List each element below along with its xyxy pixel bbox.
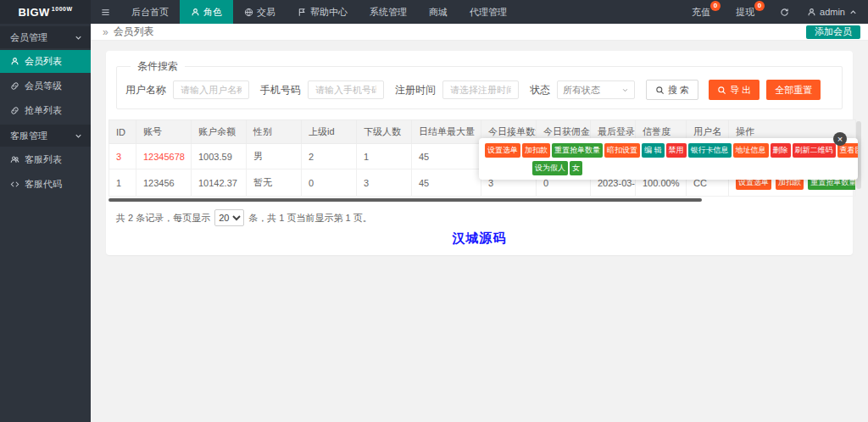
- watermark-text: 汉城源码: [106, 226, 853, 248]
- nav-item-roles[interactable]: 角色: [180, 0, 233, 24]
- sidebar-item-service-code[interactable]: 客服代码: [0, 173, 91, 196]
- register-time-group: 注册时间: [395, 81, 519, 99]
- person-icon: [807, 8, 816, 17]
- breadcrumb-arrow: »: [103, 26, 108, 38]
- sidebar-item-grab-order-list[interactable]: 抢单列表: [0, 99, 91, 122]
- logo-sup: 1000W: [52, 6, 73, 12]
- action-button-disable[interactable]: 禁用: [666, 143, 687, 158]
- pagination-prefix: 共 2 条记录，每页显示: [116, 212, 210, 225]
- recharge-button[interactable]: 充值 0: [684, 0, 728, 24]
- action-button-bank-card-info[interactable]: 银行卡信息: [688, 143, 732, 158]
- chevron-up-icon: [849, 8, 858, 17]
- hamburger-icon[interactable]: [91, 0, 120, 24]
- row-actions-popup: 设置选单 加扣款 重置抢单数量 暗扣设置 编 辑 禁用 银行卡信息 地址信息 删…: [479, 138, 858, 180]
- status-group: 状态 所有状态: [530, 81, 635, 99]
- main-area: » 会员列表 添加会员 条件搜索 用户名称 手机号码 注册时间: [91, 24, 868, 422]
- recharge-badge: 0: [710, 1, 721, 11]
- users-icon: [10, 155, 19, 164]
- pagination-suffix: 条，共 1 页当前显示第 1 页。: [248, 212, 371, 225]
- register-time-input[interactable]: [442, 81, 519, 99]
- search-icon: [655, 86, 665, 95]
- popup-actions-line2: 设为假人 女: [532, 161, 854, 175]
- action-button-reset-grab-count[interactable]: 重置抢单数量: [552, 143, 603, 158]
- breadcrumb: » 会员列表 添加会员: [91, 24, 868, 41]
- person-icon: [191, 8, 200, 17]
- action-button-delete[interactable]: 删除: [771, 143, 791, 158]
- horizontal-scrollbar-thumb[interactable]: [108, 198, 702, 202]
- sidebar-group-service-mgmt[interactable]: 客服管理: [0, 125, 91, 147]
- nav-item-dashboard[interactable]: 后台首页: [120, 0, 180, 24]
- refresh-button[interactable]: [772, 0, 797, 24]
- search-icon: [717, 86, 726, 95]
- chevron-down-icon: [74, 33, 83, 42]
- search-legend: 条件搜索: [131, 59, 185, 74]
- action-button-edit[interactable]: 编 辑: [642, 143, 665, 158]
- sidebar-item-service-list[interactable]: 客服列表: [0, 148, 91, 171]
- search-fieldset: 条件搜索 用户名称 手机号码 注册时间 状态: [116, 59, 843, 109]
- member-list-card: 条件搜索 用户名称 手机号码 注册时间 状态: [106, 51, 853, 255]
- logo-text: BIGW: [18, 6, 49, 19]
- navbar-right: 充值 0 提现 0 admin: [684, 0, 868, 24]
- withdraw-button[interactable]: 提现 0: [728, 0, 772, 24]
- phone-input[interactable]: [308, 81, 384, 99]
- reset-all-button[interactable]: 全部重置: [766, 80, 821, 100]
- sidebar-item-member-level[interactable]: 会员等级: [0, 75, 91, 97]
- content: 条件搜索 用户名称 手机号码 注册时间 状态: [91, 41, 868, 255]
- person-icon: [10, 57, 19, 66]
- pagination: 共 2 条记录，每页显示 20 条，共 1 页当前显示第 1 页。: [106, 203, 853, 226]
- action-button-add-deduct[interactable]: 加扣款: [522, 143, 550, 158]
- nav-item-mall[interactable]: 商城: [418, 0, 459, 24]
- member-table-wrap: ID 账号 账户余额 性别 上级id 下级人数 日结单最大量 今日接单数量 今日…: [108, 119, 850, 197]
- popup-actions-line1: 设置选单 加扣款 重置抢单数量 暗扣设置 编 辑 禁用 银行卡信息 地址信息 删…: [485, 143, 854, 158]
- username-input[interactable]: [173, 81, 249, 99]
- nav-item-system[interactable]: 系统管理: [359, 0, 418, 24]
- sidebar: 会员管理 会员列表 会员等级 抢单列表 客服管理 客服列表 客服代码: [0, 24, 91, 422]
- member-account-link[interactable]: 12345678: [136, 144, 192, 169]
- export-button[interactable]: 导 出: [709, 80, 760, 100]
- action-button-female[interactable]: 女: [570, 161, 582, 175]
- link-icon: [10, 81, 19, 91]
- username: admin: [820, 7, 845, 17]
- nav-item-help-center[interactable]: 帮助中心: [287, 0, 359, 24]
- username-group: 用户名称: [125, 81, 249, 99]
- chevron-down-icon: [621, 86, 629, 94]
- chevron-down-icon: [74, 131, 83, 141]
- user-menu[interactable]: admin: [797, 0, 868, 24]
- horizontal-scrollbar-track: [108, 198, 850, 203]
- member-id-link[interactable]: 3: [109, 144, 136, 169]
- top-navbar: BIGW1000W 后台首页 角色 交易 帮助中心 系统管理 商城 代理管理: [0, 0, 868, 24]
- link-icon: [10, 106, 19, 115]
- action-button-hidden-deduct-settings[interactable]: 暗扣设置: [604, 143, 640, 158]
- action-button-address-info[interactable]: 地址信息: [733, 143, 769, 158]
- nav-item-trade[interactable]: 交易: [233, 0, 287, 24]
- app-logo: BIGW1000W: [0, 0, 91, 24]
- withdraw-badge: 0: [754, 1, 765, 11]
- add-member-button[interactable]: 添加会员: [806, 25, 860, 39]
- close-icon[interactable]: ×: [833, 132, 847, 146]
- sidebar-group-member-mgmt[interactable]: 会员管理: [0, 26, 91, 48]
- status-select[interactable]: 所有状态: [557, 81, 635, 99]
- main-nav: 后台首页 角色 交易 帮助中心 系统管理 商城 代理管理: [120, 0, 518, 24]
- refresh-icon: [780, 8, 789, 17]
- flag-icon: [298, 8, 307, 17]
- globe-icon: [244, 8, 253, 17]
- action-button-refresh-qrcode[interactable]: 刷新二维码: [793, 143, 836, 158]
- search-button[interactable]: 搜 索: [646, 80, 698, 100]
- code-icon: [10, 180, 19, 189]
- search-form: 用户名称 手机号码 注册时间 状态 所有状态: [125, 80, 833, 100]
- phone-group: 手机号码: [260, 81, 384, 99]
- action-button-set-fake-user[interactable]: 设为假人: [532, 161, 568, 175]
- sidebar-item-member-list[interactable]: 会员列表: [0, 50, 91, 73]
- nav-item-agent[interactable]: 代理管理: [459, 0, 518, 24]
- action-button-set-menu[interactable]: 设置选单: [485, 143, 520, 158]
- page-title: 会员列表: [114, 25, 154, 39]
- page-size-select[interactable]: 20: [214, 209, 244, 226]
